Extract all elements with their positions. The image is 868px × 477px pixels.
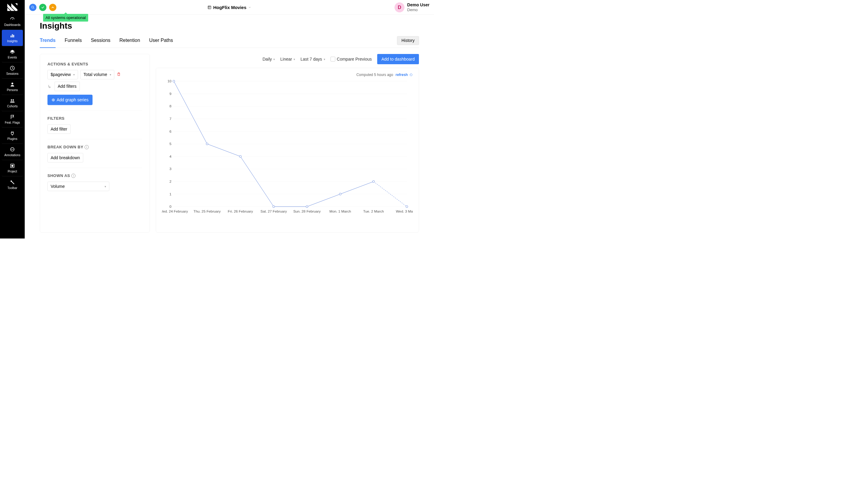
add-graph-series-button[interactable]: ⊕ Add graph series [48,95,93,105]
refresh-label: refresh [396,73,408,77]
svg-rect-16 [208,6,211,9]
svg-text:Thu. 25 February: Thu. 25 February [193,209,221,213]
chevron-down-icon: ▾ [110,73,111,77]
add-filters-button[interactable]: Add filters [55,82,80,91]
sidebar-item-persons[interactable]: Persons [2,79,23,95]
logo[interactable] [5,1,20,12]
volume-select[interactable]: Total volume ▾ [80,70,114,79]
add-breakdown-button[interactable]: Add breakdown [48,153,83,162]
chart-toolbar: Daily ▾ Linear ▾ Last 7 days ▾ [156,54,419,64]
tab-retention[interactable]: Retention [119,35,140,48]
svg-line-15 [33,8,34,9]
svg-rect-12 [11,165,13,167]
filters-label: FILTERS [48,116,142,121]
sidebar-item-label: Cohorts [7,105,18,108]
chart-area: Daily ▾ Linear ▾ Last 7 days ▾ [156,54,419,233]
svg-point-51 [239,155,241,157]
chevron-down-icon: ▾ [73,73,75,77]
history-button[interactable]: History [397,36,419,45]
chevron-down-icon: ▾ [273,57,275,61]
refresh-button[interactable]: refresh [396,73,412,77]
shown-as-select[interactable]: Volume ▾ [48,182,110,191]
sidebar-item-project[interactable]: Project [2,160,23,176]
breakdown-label: BREAK DOWN BY [48,145,84,150]
status-tooltip: All systems operational [43,14,88,22]
svg-point-53 [306,206,308,208]
project-selector[interactable]: HogFlix Movies [207,5,251,10]
svg-text:Wed. 24 February: Wed. 24 February [162,209,188,213]
sidebar-item-label: Plugins [7,137,18,141]
scale-select[interactable]: Linear ▾ [280,57,295,61]
interval-value: Daily [262,57,272,61]
svg-point-55 [373,181,375,183]
svg-point-8 [11,149,12,150]
svg-rect-2 [13,35,14,37]
tab-funnels[interactable]: Funnels [64,35,82,48]
compare-previous-checkbox[interactable]: Compare Previous [331,57,372,61]
interval-select[interactable]: Daily ▾ [262,57,275,61]
search-status-icon[interactable] [29,4,36,11]
shown-as-label: SHOWN AS [48,173,70,178]
svg-text:Tue. 2 March: Tue. 2 March [363,209,384,213]
user-menu[interactable]: D Demo User Demo [395,2,430,12]
add-breakdown-label: Add breakdown [51,155,80,160]
svg-rect-0 [10,36,11,37]
sidebar-item-label: Events [8,56,17,59]
svg-text:10: 10 [167,79,172,83]
sidebar-item-annotations[interactable]: Annotations [2,144,23,160]
sidebar-item-feat-flags[interactable]: Feat. Flags [2,111,23,127]
svg-point-50 [206,143,208,145]
svg-point-6 [13,99,14,101]
sidebar-item-dashboards[interactable]: Dashboards [2,13,23,30]
add-to-dashboard-button[interactable]: Add to dashboard [377,54,419,64]
info-icon[interactable]: i [71,174,76,178]
system-status-icon[interactable] [39,4,46,11]
people-icon [10,98,15,103]
svg-point-9 [12,149,13,150]
check-icon [41,5,44,9]
svg-text:2: 2 [169,179,172,183]
sidebar-item-events[interactable]: Events [2,46,23,62]
sidebar-item-label: Project [7,170,17,173]
delete-series-icon[interactable] [117,72,121,78]
add-filter-button[interactable]: Add filter [48,124,70,134]
svg-text:0: 0 [169,204,172,208]
svg-text:5: 5 [169,142,172,146]
sidebar-item-toolbar[interactable]: Toolbar [2,176,23,193]
svg-point-56 [406,206,408,208]
sidebar-item-cohorts[interactable]: Cohorts [2,95,23,111]
page-content: Insights TrendsFunnelsSessionsRetentionU… [25,15,434,239]
tab-user-paths[interactable]: User Paths [149,35,173,48]
posthog-logo-icon [6,2,19,11]
scale-value: Linear [280,57,292,61]
trend-chart[interactable]: 012345678910Wed. 24 FebruaryThu. 25 Febr… [162,79,413,217]
alert-status-icon[interactable] [49,4,56,11]
add-filter-label: Add filter [51,127,67,131]
tab-sessions[interactable]: Sessions [91,35,110,48]
tab-trends[interactable]: Trends [40,35,56,48]
chevron-down-icon: ▾ [293,57,295,61]
volume-select-value: Total volume [84,72,107,77]
info-icon[interactable]: i [85,145,89,149]
sub-arrow-icon: ↳ [48,84,51,89]
svg-text:8: 8 [169,104,172,108]
svg-point-49 [173,80,175,82]
avatar: D [395,2,404,12]
sidebar-item-label: Persons [7,88,18,92]
range-value: Last 7 days [301,57,322,61]
sidebar-item-sessions[interactable]: Sessions [2,62,23,79]
sidebar-item-plugins[interactable]: Plugins [2,127,23,144]
svg-point-4 [11,83,13,84]
svg-rect-1 [12,34,13,38]
clock-icon [10,65,15,71]
range-select[interactable]: Last 7 days ▾ [301,57,325,61]
top-header: All systems operational HogFlix Movies D… [25,0,434,15]
grid-icon [10,163,15,169]
sidebar-item-insights[interactable]: Insights [2,30,23,46]
event-select[interactable]: $pageview ▾ [48,70,78,79]
svg-text:1: 1 [169,192,172,196]
sidebar-item-label: Feat. Flags [5,121,20,124]
chevron-up-icon [51,5,55,9]
computed-label: Computed 5 hours ago [356,73,393,77]
user-org: Demo [407,7,430,12]
